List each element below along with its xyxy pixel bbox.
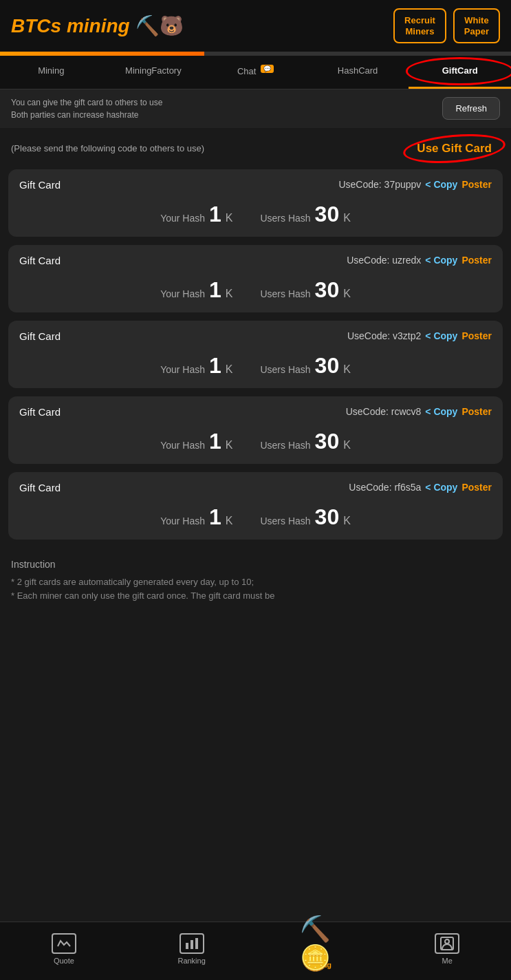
gift-card-4: Gift Card UseCode: rcwcv8 < Copy Poster …	[8, 396, 503, 464]
your-hash-4: Your Hash 1 K	[160, 429, 232, 454]
chat-badge: 💬	[261, 65, 274, 73]
ranking-label: Ranking	[177, 957, 205, 965]
copy-button-5[interactable]: < Copy	[425, 482, 457, 493]
card-top-2: Gift Card UseCode: uzredx < Copy Poster	[19, 255, 492, 266]
card-label-5: Gift Card	[19, 482, 61, 493]
gift-card-2: Gift Card UseCode: uzredx < Copy Poster …	[8, 245, 503, 312]
logo-text: BTCs mining	[11, 15, 130, 37]
card-code-area-1: UseCode: 37puppv < Copy Poster	[338, 179, 492, 190]
card-bottom-5: Your Hash 1 K Users Hash 30 K	[19, 504, 492, 530]
card-label-2: Gift Card	[19, 255, 61, 266]
me-icon	[435, 933, 459, 954]
bottom-nav: Quote Ranking ⛏️🪙 Mining Me	[0, 922, 511, 980]
card-bottom-2: Your Hash 1 K Users Hash 30 K	[19, 277, 492, 303]
card-top-3: Gift Card UseCode: v3ztp2 < Copy Poster	[19, 330, 492, 342]
users-hash-1: Users Hash 30 K	[260, 202, 350, 227]
recruit-miners-button[interactable]: RecruitMiners	[393, 8, 446, 43]
instruction-text: * 2 gift cards are automatically generat…	[11, 575, 500, 604]
gift-card-3: Gift Card UseCode: v3ztp2 < Copy Poster …	[8, 321, 503, 388]
use-gift-card-button[interactable]: Use Gift Card	[409, 138, 500, 160]
tab-miningfactory[interactable]: MiningFactory	[102, 56, 205, 88]
users-hash-5: Users Hash 30 K	[260, 504, 350, 530]
card-top-1: Gift Card UseCode: 37puppv < Copy Poster	[19, 179, 492, 191]
users-hash-2: Users Hash 30 K	[260, 277, 350, 303]
tab-hashcard[interactable]: HashCard	[307, 56, 409, 88]
quote-icon	[52, 933, 76, 954]
card-label-3: Gift Card	[19, 330, 61, 342]
ranking-icon	[180, 933, 204, 954]
copy-button-3[interactable]: < Copy	[425, 330, 457, 341]
card-bottom-4: Your Hash 1 K Users Hash 30 K	[19, 429, 492, 454]
gift-card-1: Gift Card UseCode: 37puppv < Copy Poster…	[8, 169, 503, 237]
your-hash-3: Your Hash 1 K	[160, 353, 232, 379]
users-hash-4: Users Hash 30 K	[260, 429, 350, 454]
card-code-area-2: UseCode: uzredx < Copy Poster	[347, 255, 492, 266]
gift-card-5: Gift Card UseCode: rf6s5a < Copy Poster …	[8, 472, 503, 540]
poster-button-2[interactable]: Poster	[461, 255, 492, 266]
logo: BTCs mining ⛏️🐻	[11, 14, 184, 37]
copy-button-2[interactable]: < Copy	[425, 255, 457, 266]
users-hash-3: Users Hash 30 K	[260, 353, 350, 379]
header-buttons: RecruitMiners WhitePaper	[393, 8, 500, 43]
nav-tabs: Mining MiningFactory Chat 💬 HashCard Gif…	[0, 56, 511, 89]
tab-chat[interactable]: Chat 💬	[204, 56, 307, 88]
tab-giftcard[interactable]: GiftCard	[409, 56, 511, 88]
card-code-4: UseCode: rcwcv8	[346, 406, 422, 417]
card-top-4: Gift Card UseCode: rcwcv8 < Copy Poster	[19, 406, 492, 418]
poster-button-1[interactable]: Poster	[461, 179, 492, 190]
your-hash-1: Your Hash 1 K	[160, 202, 232, 227]
refresh-button[interactable]: Refresh	[442, 97, 500, 120]
info-line1: You can give the gift card to others to …	[11, 96, 162, 109]
card-code-area-3: UseCode: v3ztp2 < Copy Poster	[347, 330, 492, 341]
bottom-nav-me[interactable]: Me	[383, 933, 511, 965]
svg-rect-1	[191, 940, 193, 949]
card-code-area-5: UseCode: rf6s5a < Copy Poster	[349, 482, 492, 493]
your-hash-5: Your Hash 1 K	[160, 504, 232, 530]
card-label-4: Gift Card	[19, 406, 61, 418]
tab-mining[interactable]: Mining	[0, 56, 102, 88]
section-hint: (Please send the following code to other…	[11, 143, 204, 153]
bottom-nav-mining[interactable]: ⛏️🪙 Mining	[256, 929, 384, 969]
info-text: You can give the gift card to others to …	[11, 96, 162, 121]
card-label-1: Gift Card	[19, 179, 61, 191]
poster-button-4[interactable]: Poster	[461, 406, 492, 417]
cards-list: Gift Card UseCode: 37puppv < Copy Poster…	[0, 169, 511, 540]
svg-rect-0	[186, 943, 188, 949]
copy-button-4[interactable]: < Copy	[425, 406, 457, 417]
logo-emoji: ⛏️🐻	[135, 14, 184, 37]
svg-rect-2	[195, 938, 198, 949]
info-line2: Both parties can increase hashrate	[11, 109, 162, 121]
instruction-title: Instruction	[11, 559, 500, 570]
card-bottom-1: Your Hash 1 K Users Hash 30 K	[19, 202, 492, 227]
mining-icon: ⛏️🪙	[300, 929, 338, 958]
card-code-3: UseCode: v3ztp2	[347, 330, 421, 341]
instruction-section: Instruction * 2 gift cards are automatic…	[0, 545, 511, 618]
card-bottom-3: Your Hash 1 K Users Hash 30 K	[19, 353, 492, 379]
svg-point-4	[445, 939, 449, 944]
white-paper-button[interactable]: WhitePaper	[453, 8, 500, 43]
your-hash-2: Your Hash 1 K	[160, 277, 232, 303]
header: BTCs mining ⛏️🐻 RecruitMiners WhitePaper	[0, 0, 511, 52]
section-header: (Please send the following code to other…	[0, 128, 511, 169]
card-code-area-4: UseCode: rcwcv8 < Copy Poster	[346, 406, 492, 417]
bottom-nav-quote[interactable]: Quote	[0, 933, 128, 965]
progress-fill	[0, 52, 204, 56]
bottom-nav-ranking[interactable]: Ranking	[128, 933, 256, 965]
poster-button-3[interactable]: Poster	[461, 330, 492, 341]
info-bar: You can give the gift card to others to …	[0, 89, 511, 128]
me-label: Me	[442, 957, 452, 965]
poster-button-5[interactable]: Poster	[461, 482, 492, 493]
card-top-5: Gift Card UseCode: rf6s5a < Copy Poster	[19, 482, 492, 493]
card-code-5: UseCode: rf6s5a	[349, 482, 421, 493]
quote-label: Quote	[54, 957, 74, 965]
copy-button-1[interactable]: < Copy	[425, 179, 457, 190]
card-code-2: UseCode: uzredx	[347, 255, 421, 266]
card-code-1: UseCode: 37puppv	[338, 179, 421, 190]
